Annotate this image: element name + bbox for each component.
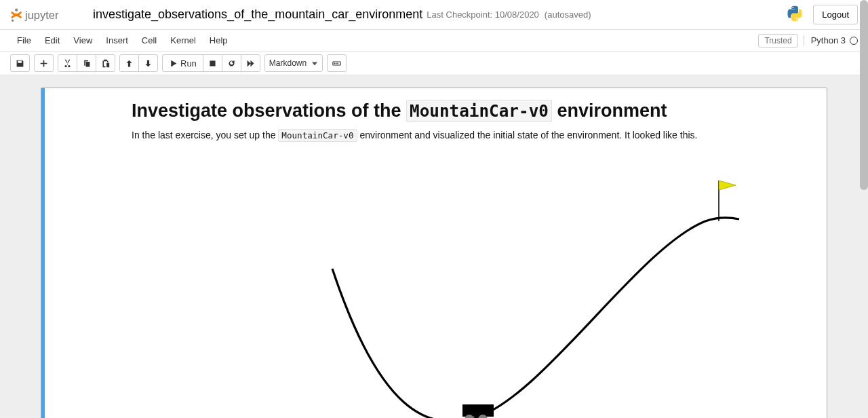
run-group: Run [162,54,260,72]
restart-run-all-button[interactable] [241,54,260,72]
svg-point-0 [15,8,18,11]
menu-view[interactable]: View [66,31,99,50]
checkpoint-status: Last Checkpoint: 10/08/2020 [427,10,539,20]
move-group [119,54,158,72]
menubar: File Edit View Insert Cell Kernel Help T… [0,30,868,52]
logout-button[interactable]: Logout [813,5,858,24]
menubar-right: Trusted Python 3 [758,34,858,48]
notebook-name[interactable]: investigate_observations_of_the_mountain… [93,7,422,22]
kernel-status-icon [850,37,858,45]
svg-rect-7 [337,62,338,64]
svg-rect-6 [336,62,337,64]
save-button[interactable] [10,54,30,72]
clipboard-group [58,54,115,72]
para-pre: In the last exercise, you set up the [132,130,278,140]
command-palette-button[interactable] [327,54,347,72]
trusted-indicator[interactable]: Trusted [758,34,797,48]
jupyter-logo[interactable]: jupyter [10,5,85,24]
cell-paragraph: In the last exercise, you set up the Mou… [132,128,817,142]
autosave-status: (autosaved) [545,10,591,20]
menu-insert[interactable]: Insert [99,31,135,50]
menu-edit[interactable]: Edit [38,31,66,50]
cell-content: Investigate observations of the Mountain… [126,91,827,418]
cut-button[interactable] [58,54,77,72]
kernel-name: Python 3 [811,35,846,45]
celltype-select[interactable]: Markdown [264,54,323,72]
para-post: environment and visualized the initial s… [357,130,698,140]
move-up-button[interactable] [119,54,139,72]
menu-file[interactable]: File [10,31,38,50]
heading-pre: Investigate observations of the [132,100,406,121]
prompt-area [45,91,126,418]
cell-heading: Investigate observations of the Mountain… [132,100,817,121]
menu-cell[interactable]: Cell [135,31,163,50]
kernel-indicator[interactable]: Python 3 [804,35,858,45]
svg-point-1 [12,19,14,21]
paste-button[interactable] [96,54,115,72]
header: jupyter investigate_observations_of_the_… [0,0,868,30]
move-down-button[interactable] [138,54,158,72]
menu-kernel[interactable]: Kernel [163,31,203,50]
notebook-container: Investigate observations of the Mountain… [41,88,827,418]
celltype-select-wrap: Markdown [264,54,323,72]
heading-code: MountainCar-v0 [406,100,552,122]
run-button[interactable]: Run [162,54,203,72]
markdown-cell[interactable]: Investigate observations of the Mountain… [41,88,827,418]
mountain-car-render [132,153,817,418]
svg-rect-3 [210,60,215,66]
svg-rect-10 [462,404,494,417]
copy-button[interactable] [77,54,96,72]
svg-marker-9 [719,180,736,190]
notebook-area: Investigate observations of the Mountain… [0,75,868,418]
menu-help[interactable]: Help [203,31,235,50]
header-right: Logout [786,5,858,24]
svg-rect-5 [334,62,335,64]
add-cell-button[interactable] [34,54,54,72]
python-icon [786,5,804,24]
toolbar: Run Markdown [0,52,868,75]
run-label: Run [180,58,197,69]
svg-text:jupyter: jupyter [24,9,59,21]
interrupt-button[interactable] [203,54,222,72]
para-code: MountainCar-v0 [278,129,357,142]
restart-button[interactable] [222,54,241,72]
heading-post: environment [552,100,667,121]
